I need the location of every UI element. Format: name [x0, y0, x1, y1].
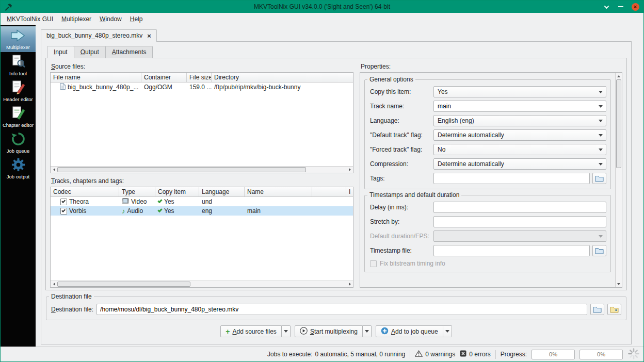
input-tab-content: Source files: File name Container File s… [45, 58, 627, 290]
add-source-files-menu-button[interactable] [282, 325, 291, 337]
column-header-type[interactable]: Type [119, 187, 155, 196]
default-track-flag-select[interactable]: Determine automatically [433, 129, 606, 141]
track-name [245, 197, 312, 206]
track-type-cell: Video [119, 197, 155, 206]
chevron-down-icon [599, 149, 603, 151]
track-row-audio[interactable]: Vorbis ♪ Audio Yes [51, 206, 353, 216]
column-header-directory[interactable]: Directory [212, 73, 353, 82]
jobs-value: 0 automatic, 5 manual, 0 running [315, 351, 405, 358]
warning-icon [415, 350, 423, 358]
column-header-file-name[interactable]: File name [51, 73, 141, 82]
column-header-container[interactable]: Container [141, 73, 187, 82]
language-value: English (eng) [438, 117, 595, 124]
scroll-up-button[interactable] [616, 73, 622, 79]
language-select[interactable]: English (eng) [433, 115, 606, 126]
shade-button[interactable] [602, 3, 610, 11]
scrollbar-thumb[interactable] [616, 79, 621, 168]
sidebar-item-chapter-editor[interactable]: Chapter editor [1, 104, 36, 129]
track-spacer-cell [312, 206, 346, 216]
browse-destination-button[interactable] [590, 304, 604, 315]
jobs-status: Jobs to execute: 0 automatic, 5 manual, … [267, 351, 405, 358]
menu-help[interactable]: Help [126, 14, 147, 24]
close-tab-icon[interactable]: × [147, 32, 151, 39]
column-header-file-size[interactable]: File size [187, 73, 212, 82]
column-header-copy-item[interactable]: Copy item [155, 187, 199, 196]
column-header-language[interactable]: Language [199, 187, 245, 196]
default-duration-select [433, 231, 606, 242]
combo-dropdown-button[interactable] [596, 101, 606, 111]
tracks-table: Codec Type Copy item Language Name I [50, 187, 353, 288]
check-icon [61, 208, 66, 212]
file-tab[interactable]: big_buck_bunny_480p_stereo.mkv × [41, 29, 157, 42]
tab-attachments[interactable]: Attachments [105, 46, 153, 58]
forced-track-flag-select[interactable]: No [433, 144, 606, 155]
scrollbar-thumb[interactable] [57, 167, 306, 172]
sidebar-item-info-tool[interactable]: Info tool [1, 52, 36, 78]
scroll-down-button[interactable] [616, 281, 622, 287]
track-enabled-checkbox[interactable] [60, 208, 67, 215]
sidebar-item-label: Info tool [9, 71, 27, 76]
copy-this-item-select[interactable]: Yes [433, 86, 606, 97]
check-icon [61, 199, 66, 203]
sidebar-item-header-editor[interactable]: Header editor [1, 78, 36, 104]
source-files-hscrollbar[interactable] [51, 166, 353, 173]
add-to-job-queue-button[interactable]: Add to job queue [376, 325, 443, 337]
tracks-label: Tracks, chapters and tags: [50, 176, 353, 187]
properties-label: Properties: [360, 61, 622, 72]
chevron-down-icon [599, 91, 603, 93]
source-files-body: big_buck_bunny_480p_... Ogg/OGM 159.0 ..… [51, 83, 353, 166]
track-id-cell [346, 206, 353, 216]
column-header-codec[interactable]: Codec [51, 187, 119, 196]
browse-tags-button[interactable] [592, 173, 606, 184]
track-enabled-checkbox[interactable] [60, 199, 67, 205]
scroll-left-button[interactable] [51, 281, 57, 287]
timestamp-file-input[interactable] [433, 245, 590, 256]
source-file-size: 159.0 ... [187, 83, 212, 92]
start-multiplexing-button[interactable]: Start multiplexing [295, 325, 363, 337]
destination-group: Destination file Destination file: [46, 297, 626, 320]
stretch-by-label: Stretch by: [369, 218, 433, 225]
add-source-files-button[interactable]: + Add source files [220, 325, 282, 337]
menu-window[interactable]: Window [95, 14, 126, 24]
menu-mkvtoolnix-gui[interactable]: MKVToolNix GUI [3, 14, 57, 24]
destination-file-input[interactable] [96, 304, 587, 315]
scroll-left-button[interactable] [51, 167, 57, 173]
source-file-row[interactable]: big_buck_bunny_480p_... Ogg/OGM 159.0 ..… [51, 83, 353, 92]
scroll-right-button[interactable] [346, 281, 353, 287]
compression-select[interactable]: Determine automatically [433, 158, 606, 170]
default-track-flag-label: "Default track" flag: [369, 131, 433, 139]
tracks-hscrollbar[interactable] [51, 281, 353, 287]
app-window: MKVToolNix GUI v34.0.0 ('Sight and Seen'… [0, 0, 644, 362]
add-to-job-queue-menu-button[interactable] [443, 325, 452, 337]
scroll-right-button[interactable] [346, 167, 353, 173]
start-multiplexing-menu-button[interactable] [363, 325, 372, 337]
sidebar-item-job-output[interactable]: Job output [1, 155, 36, 181]
track-copy-item: Yes [164, 207, 174, 215]
stretch-by-input[interactable] [433, 216, 606, 227]
sidebar-item-job-queue[interactable]: Job queue [1, 129, 36, 155]
scrollbar-thumb[interactable] [57, 282, 190, 287]
properties-vscrollbar[interactable] [615, 73, 622, 287]
track-spacer-cell [312, 197, 346, 206]
column-header-spacer[interactable] [312, 187, 346, 196]
compression-value: Determine automatically [438, 160, 595, 168]
open-destination-folder-button[interactable] [607, 304, 621, 315]
sidebar-item-multiplexer[interactable]: Multiplexer [1, 26, 36, 52]
tags-input[interactable] [433, 173, 590, 184]
column-header-name[interactable]: Name [245, 187, 312, 196]
minimize-button[interactable] [617, 3, 625, 11]
tab-input[interactable]: Input [47, 46, 74, 58]
window-menu-icon[interactable] [5, 3, 13, 11]
delay-input[interactable] [433, 202, 606, 213]
track-codec: Theora [69, 198, 89, 205]
track-type-cell: ♪ Audio [119, 206, 155, 216]
track-name-input[interactable] [434, 101, 596, 111]
track-name-combo[interactable] [433, 101, 606, 112]
menu-multiplexer[interactable]: Multiplexer [57, 14, 95, 24]
close-button[interactable]: × [631, 3, 639, 11]
tab-output[interactable]: Output [74, 46, 106, 58]
track-row-video[interactable]: Theora Video Yes [51, 197, 353, 206]
language-label: Language: [369, 117, 433, 124]
browse-timestamp-file-button[interactable] [592, 245, 606, 256]
column-header-id[interactable]: I [346, 187, 353, 196]
